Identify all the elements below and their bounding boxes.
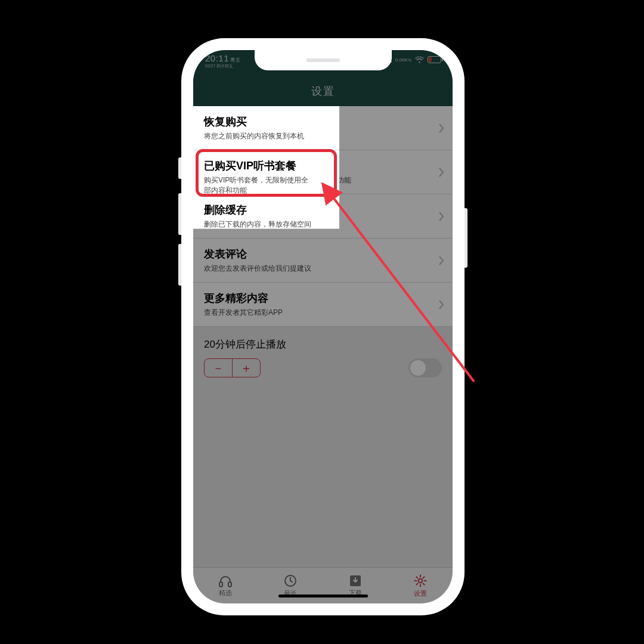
- row-clear-cache[interactable]: 删除缓存 删除已下载的内容，释放存储空间: [193, 194, 453, 239]
- wifi-icon: [415, 57, 424, 63]
- row-more-apps[interactable]: 更多精彩内容 查看开发者其它精彩APP: [193, 283, 453, 327]
- sleep-timer-switch[interactable]: [408, 358, 442, 377]
- svg-rect-2: [442, 58, 443, 61]
- content: 恢复购买 将您之前购买的内容恢复到本机 已购买VIP听书套餐 购买VIP听书套餐…: [193, 106, 453, 568]
- svg-point-7: [418, 578, 422, 582]
- tab-featured[interactable]: 精选: [193, 568, 258, 603]
- chevron-right-icon: [438, 123, 444, 133]
- row-title: 恢复购买: [204, 114, 429, 129]
- status-net-speed: 0.00K/s: [395, 57, 411, 63]
- battery-icon: [428, 56, 443, 63]
- chevron-right-icon: [438, 300, 444, 309]
- chevron-right-icon: [438, 256, 444, 265]
- row-vip-purchased[interactable]: 已购买VIP听书套餐 购买VIP听书套餐，无限制使用全部内容和功能: [193, 150, 453, 194]
- chevron-right-icon: [438, 168, 444, 177]
- row-subtitle: 欢迎您去发表评价或给我们提建议: [204, 264, 429, 274]
- row-title: 已购买VIP听书套餐: [204, 159, 429, 173]
- sleep-timer-label: 20分钟后停止播放: [204, 338, 442, 351]
- row-subtitle: 购买VIP听书套餐，无限制使用全部内容和功能: [204, 175, 429, 185]
- tab-bar: 精选 最近 下载 设置: [193, 567, 453, 603]
- headphones-icon: [218, 574, 233, 587]
- chevron-right-icon: [438, 212, 444, 221]
- stepper-minus[interactable]: －: [205, 359, 232, 377]
- home-indicator: [278, 595, 368, 597]
- tab-downloads[interactable]: 下载: [323, 568, 388, 603]
- svg-rect-4: [228, 582, 231, 587]
- navbar: 设置: [193, 76, 453, 106]
- phone-frame: 20:11周五 02/27 四月初五 0.00K/s 设置: [181, 38, 465, 615]
- tab-recent[interactable]: 最近: [258, 568, 323, 603]
- tab-settings[interactable]: 设置: [388, 568, 453, 603]
- row-subtitle: 删除已下载的内容，释放存储空间: [204, 219, 429, 230]
- row-title: 删除缓存: [204, 203, 429, 217]
- row-title: 更多精彩内容: [204, 291, 429, 305]
- clock-icon: [283, 574, 298, 588]
- notch: [255, 50, 392, 70]
- tab-label: 设置: [414, 589, 427, 598]
- row-restore-purchase[interactable]: 恢复购买 将您之前购买的内容恢复到本机: [193, 106, 453, 150]
- status-date: 02/27 四月初五: [205, 64, 240, 68]
- tab-label: 精选: [219, 589, 232, 597]
- svg-rect-3: [219, 582, 222, 587]
- row-subtitle: 将您之前购买的内容恢复到本机: [204, 131, 429, 141]
- status-time: 20:11: [205, 53, 229, 63]
- page-title: 设置: [311, 84, 335, 98]
- row-title: 发表评论: [204, 247, 429, 261]
- stepper-plus[interactable]: ＋: [232, 359, 260, 377]
- gear-icon: [413, 574, 428, 588]
- download-icon: [349, 574, 362, 587]
- row-subtitle: 查看开发者其它精彩APP: [204, 308, 429, 318]
- row-sleep-timer: 20分钟后停止播放 － ＋: [193, 327, 453, 385]
- screen: 20:11周五 02/27 四月初五 0.00K/s 设置: [193, 50, 453, 603]
- row-write-review[interactable]: 发表评论 欢迎您去发表评价或给我们提建议: [193, 239, 453, 283]
- status-day: 周五: [230, 57, 240, 63]
- svg-rect-1: [429, 57, 432, 62]
- sleep-timer-stepper: － ＋: [204, 358, 261, 377]
